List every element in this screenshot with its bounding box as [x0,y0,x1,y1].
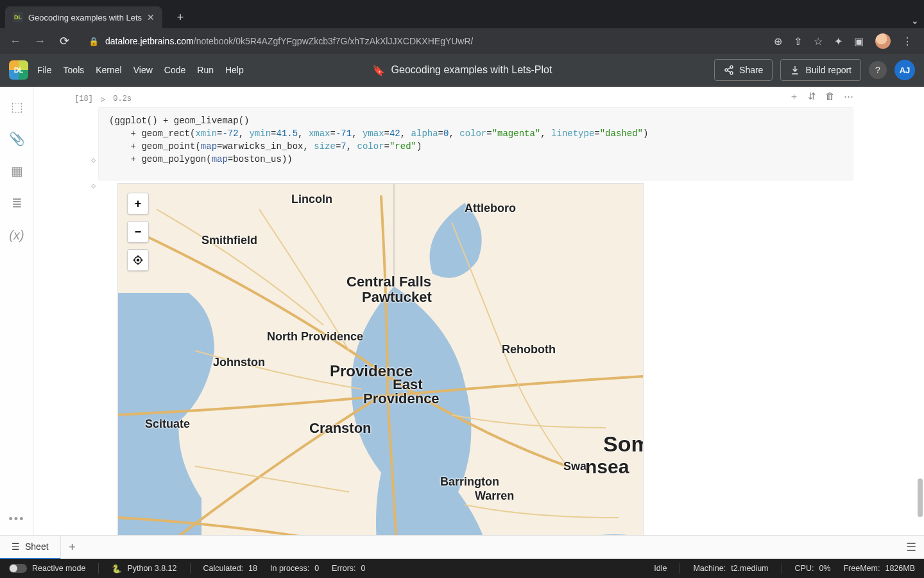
inprocess-status: In process:0 [270,564,319,573]
share-icon [724,65,734,75]
cell-more-icon[interactable]: ⋯ [844,91,853,103]
svg-point-2 [730,72,733,74]
new-tab-button[interactable]: + [171,8,189,26]
menu-tools[interactable]: Tools [64,65,85,75]
menu-view[interactable]: View [133,65,153,75]
cube-icon[interactable]: ⬚ [10,100,24,114]
map-label-cranston: Cranston [309,420,372,437]
extensions-icon[interactable]: ✦ [834,35,843,48]
paperclip-icon[interactable]: 📎 [10,132,24,146]
map-label-north-providence: North Providence [267,330,363,344]
code-cell[interactable]: [18] ▷ 0.2s ＋ ⇵ 🗑 ⋯ ◇◇(ggplot() + geom_l… [98,87,853,180]
main-menu: File Tools Kernel View Code Run Help [37,65,244,75]
chip-icon[interactable]: ▦ [10,164,24,178]
sheet-tab[interactable]: ☰ Sheet [0,535,61,560]
errors-status: Errors:0 [332,564,365,573]
browser-tab[interactable]: DL Geocoding examples with Lets ✕ [5,6,162,28]
map-label-rehoboth: Rehoboth [502,343,556,356]
build-report-label: Build report [805,65,851,75]
tab-overflow-icon[interactable]: ⌄ [911,15,919,26]
python-version[interactable]: 🐍 Python 3.8.12 [112,564,176,574]
map-label-central-falls: Central Falls [346,274,431,290]
svg-point-0 [730,66,733,68]
zoom-in-button[interactable]: + [127,193,149,215]
map-label-pawtucket: Pawtucket [362,289,432,306]
zoom-icon[interactable]: ⊕ [774,35,782,48]
menu-file[interactable]: File [37,65,52,75]
toggle-icon[interactable] [9,564,27,573]
reload-button[interactable]: ⟳ [55,32,73,50]
share-label: Share [739,65,763,75]
map-label-barrington: Barrington [440,475,499,489]
add-cell-icon[interactable]: ＋ [789,91,799,103]
sheet-list-icon[interactable]: ☰ [898,540,924,554]
variable-icon[interactable]: (x) [10,228,24,242]
cpu-status: CPU:0% [795,564,831,573]
notebook-area: [18] ▷ 0.2s ＋ ⇵ 🗑 ⋯ ◇◇(ggplot() + geom_l… [34,87,924,535]
user-avatar[interactable]: AJ [894,60,915,80]
python-label: Python 3.8.12 [127,564,176,573]
reactive-mode-toggle[interactable]: Reactive mode [9,564,85,573]
cell-settings-icon[interactable]: ⇵ [808,91,816,103]
notebook-title-area: 🔖 Geocoding examples with Lets-Plot [372,64,552,76]
share-page-icon[interactable]: ⇧ [794,35,802,48]
workspace: ⬚ 📎 ▦ ≣ (x) ••• [18] ▷ 0.2s ＋ ⇵ 🗑 ⋯ ◇◇(g… [0,87,924,535]
cell-header: [18] ▷ 0.2s [98,87,853,107]
bookmark-icon[interactable]: 🔖 [372,64,385,76]
back-button[interactable]: ← [6,32,24,50]
add-sheet-button[interactable]: + [61,541,84,554]
download-icon [790,65,800,75]
map-label-smithfield: Smithfield [201,234,257,247]
map-label-nsea: nsea [585,456,629,478]
notebook-title[interactable]: Geocoding examples with Lets-Plot [391,64,552,76]
map-label-swa: Swa [563,460,586,473]
profile-avatar-icon[interactable] [875,33,891,49]
share-button[interactable]: Share [714,59,773,81]
lock-icon: 🔒 [89,37,99,46]
reactive-label: Reactive mode [32,564,85,573]
menu-kernel[interactable]: Kernel [96,65,121,75]
app-toolbar: DL File Tools Kernel View Code Run Help … [0,54,924,87]
python-icon: 🐍 [112,564,122,574]
more-icon[interactable]: ••• [9,512,25,526]
sheet-bar: ☰ Sheet + ☰ [0,535,924,559]
outline-icon[interactable]: ≣ [10,196,24,210]
zoom-out-button[interactable]: − [127,221,149,243]
delete-cell-icon[interactable]: 🗑 [825,91,835,103]
scrollbar-thumb[interactable] [918,478,923,517]
sidepanel-icon[interactable]: ▣ [854,35,864,48]
left-rail: ⬚ 📎 ▦ ≣ (x) ••• [0,87,34,535]
chrome-menu-icon[interactable]: ⋮ [902,35,912,48]
close-icon[interactable]: ✕ [147,12,155,22]
sheet-name: Sheet [25,541,49,552]
menu-help[interactable]: Help [225,65,244,75]
map-canvas[interactable] [118,184,643,535]
map-label-east-providence: Providence [363,390,440,407]
url-text: datalore.jetbrains.com/notebook/0k5R4AZg… [105,36,473,46]
cell-prompt: [18] [64,94,93,103]
machine-status[interactable]: Machine:t2.medium [693,564,768,573]
menu-code[interactable]: Code [164,65,185,75]
browser-toolbar: ← → ⟳ 🔒 datalore.jetbrains.com/notebook/… [0,28,924,54]
forward-button: → [31,32,49,50]
code-editor[interactable]: ◇◇(ggplot() + geom_livemap() + geom_rect… [98,107,853,180]
run-cell-icon[interactable]: ▷ [101,94,105,104]
tab-favicon: DL [13,12,23,22]
build-report-button[interactable]: Build report [780,59,861,81]
bookmark-star-icon[interactable]: ☆ [814,35,823,48]
menu-run[interactable]: Run [197,65,214,75]
map-output[interactable]: + − Lincoln Attleboro Smithfield Central… [117,183,644,535]
map-label-warren: Warren [475,489,514,503]
hamburger-icon: ☰ [12,541,20,552]
map-label-lincoln: Lincoln [291,193,332,206]
crosshair-icon [132,254,144,266]
app-logo-icon[interactable]: DL [9,60,28,80]
locate-button[interactable] [127,249,149,271]
map-label-scituate: Scituate [145,417,190,431]
calculated-status: Calculated:18 [203,564,257,573]
cell-toolbar: ＋ ⇵ 🗑 ⋯ [789,91,853,103]
help-icon[interactable]: ? [869,61,887,79]
status-bar: Reactive mode 🐍 Python 3.8.12 Calculated… [0,559,924,578]
exec-time: 0.2s [113,94,132,103]
address-bar[interactable]: 🔒 datalore.jetbrains.com/notebook/0k5R4A… [80,31,758,51]
